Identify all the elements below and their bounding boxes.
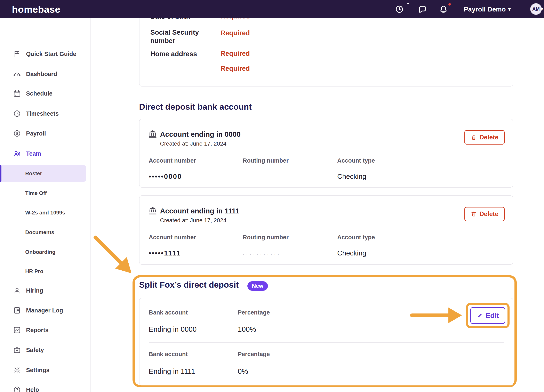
messages-icon[interactable]: [418, 5, 427, 14]
requirement-status: Required: [220, 50, 250, 57]
account-type-label: Account type: [337, 234, 375, 241]
sidebar-item-label: Team: [26, 150, 41, 157]
account-title: Account ending in 1111: [160, 207, 239, 215]
sidebar: Quick Start Guide Dashboard Schedule Tim…: [0, 18, 91, 392]
sidebar-item-help[interactable]: Help: [0, 380, 90, 392]
sidebar-subitem-label: HR Pro: [25, 268, 43, 275]
sidebar-item-label: Manager Log: [26, 307, 63, 314]
sidebar-subitem-label: Documents: [25, 229, 54, 236]
bank-icon: [148, 206, 157, 215]
bank-account-value: Ending in 0000: [149, 325, 197, 333]
delete-button-label: Delete: [479, 210, 498, 218]
sidebar-subitem-roster[interactable]: Roster: [0, 165, 86, 182]
chart-icon: [13, 326, 21, 334]
bank-account-card: Account ending in 0000 Created at: June …: [139, 119, 513, 187]
sidebar-item-label: Schedule: [26, 90, 53, 97]
account-title: Account ending in 0000: [160, 130, 241, 138]
edit-split-button[interactable]: Edit: [470, 307, 505, 324]
sidebar-item-payroll[interactable]: Payroll: [0, 124, 90, 143]
sidebar-item-label: Safety: [26, 347, 44, 353]
sidebar-subitem-documents[interactable]: Documents: [0, 224, 90, 240]
sidebar-item-safety[interactable]: Safety: [0, 341, 90, 359]
sidebar-subitem-label: Onboarding: [25, 249, 55, 255]
section-title-split-deposit: Split Fox’s direct deposit: [139, 280, 239, 290]
homebase-logo[interactable]: homebase: [12, 4, 60, 15]
top-bar: homebase Payroll Demo ▾ AM ▾: [0, 0, 544, 18]
section-title-direct-deposit: Direct deposit bank account: [139, 102, 252, 112]
percentage-value: 0%: [238, 367, 248, 375]
sidebar-subitem-label: W-2s and 1099s: [25, 210, 65, 216]
requirement-status: Required: [220, 29, 250, 37]
company-menu[interactable]: Payroll Demo ▾: [464, 5, 511, 13]
sidebar-item-label: Settings: [26, 367, 49, 374]
sidebar-subitem-time-off[interactable]: Time Off: [0, 185, 90, 201]
routing-number-label: Routing number: [243, 157, 289, 164]
bank-account-label: Bank account: [149, 351, 188, 357]
sidebar-item-hiring[interactable]: Hiring: [0, 281, 90, 300]
requirement-label: Home address: [150, 50, 206, 58]
flag-icon: [13, 50, 21, 58]
sidebar-item-label: Hiring: [26, 287, 43, 294]
first-aid-icon: [13, 346, 21, 354]
sidebar-subitem-w2s-1099s[interactable]: W-2s and 1099s: [0, 205, 90, 221]
notification-dot: [407, 3, 409, 4]
edit-button-label: Edit: [485, 312, 499, 320]
percentage-label: Percentage: [238, 309, 270, 316]
annotation-highlight-box: Edit: [466, 303, 509, 328]
sidebar-item-quick-start-guide[interactable]: Quick Start Guide: [0, 45, 90, 63]
question-circle-icon: [13, 386, 21, 392]
book-icon: [13, 306, 21, 315]
sidebar-item-label: Reports: [26, 327, 49, 333]
new-badge: New: [247, 281, 268, 291]
sidebar-item-label: Help: [26, 386, 39, 392]
time-clock-icon[interactable]: [395, 5, 404, 14]
sidebar-subitem-onboarding[interactable]: Onboarding: [0, 244, 90, 260]
routing-number-value: ···········: [243, 252, 281, 257]
bank-account-card: Account ending in 1111 Created at: June …: [139, 195, 513, 265]
sidebar-item-label: Quick Start Guide: [26, 51, 76, 57]
sidebar-item-timesheets[interactable]: Timesheets: [0, 104, 90, 123]
trash-icon: [471, 211, 477, 217]
sidebar-item-label: Timesheets: [26, 110, 59, 117]
person-icon: [13, 287, 21, 295]
account-created-date: Created at: June 17, 2024: [160, 217, 226, 224]
bank-account-value: Ending in 1111: [149, 367, 195, 375]
main-content: Date of birth Required Social Security n…: [90, 0, 544, 392]
app-window: homebase Payroll Demo ▾ AM ▾ Quick Start…: [0, 0, 544, 392]
chevron-down-icon: ▾: [508, 7, 511, 12]
sidebar-item-settings[interactable]: Settings: [0, 361, 90, 379]
avatar[interactable]: AM: [530, 3, 542, 15]
delete-account-button[interactable]: Delete: [464, 207, 505, 221]
account-number-label: Account number: [149, 234, 196, 241]
requirement-label: Social Security number: [150, 28, 206, 45]
row-divider: [149, 342, 504, 343]
sidebar-item-schedule[interactable]: Schedule: [0, 84, 90, 103]
sidebar-subitem-hr-pro[interactable]: HR Pro: [0, 263, 90, 280]
sidebar-subitem-label: Roster: [25, 170, 42, 177]
sidebar-item-reports[interactable]: Reports: [0, 321, 90, 339]
sidebar-item-label: Payroll: [26, 130, 46, 137]
team-icon: [13, 149, 21, 158]
sidebar-item-manager-log[interactable]: Manager Log: [0, 301, 90, 320]
chevron-down-icon: ▾: [541, 6, 543, 12]
sidebar-item-team[interactable]: Team: [0, 144, 90, 163]
delete-button-label: Delete: [479, 134, 498, 141]
trash-icon: [471, 134, 477, 140]
gear-icon: [13, 366, 21, 374]
notifications-bell-icon[interactable]: [439, 5, 448, 14]
split-deposit-card: Bank account Percentage Ending in 0000 1…: [139, 298, 513, 386]
account-type-value: Checking: [337, 249, 366, 257]
account-created-date: Created at: June 17, 2024: [160, 140, 226, 147]
account-type-label: Account type: [337, 157, 375, 164]
requirement-status: Required: [220, 64, 250, 72]
bank-icon: [148, 129, 157, 139]
bank-account-label: Bank account: [149, 309, 188, 316]
calendar-icon: [13, 89, 21, 98]
notification-dot: [448, 3, 451, 6]
delete-account-button[interactable]: Delete: [464, 130, 505, 145]
dashboard-icon: [13, 70, 21, 78]
account-number-value: •••••0000: [149, 172, 182, 181]
pencil-icon: [477, 312, 483, 319]
sidebar-item-label: Dashboard: [26, 71, 57, 77]
sidebar-item-dashboard[interactable]: Dashboard: [0, 65, 90, 83]
